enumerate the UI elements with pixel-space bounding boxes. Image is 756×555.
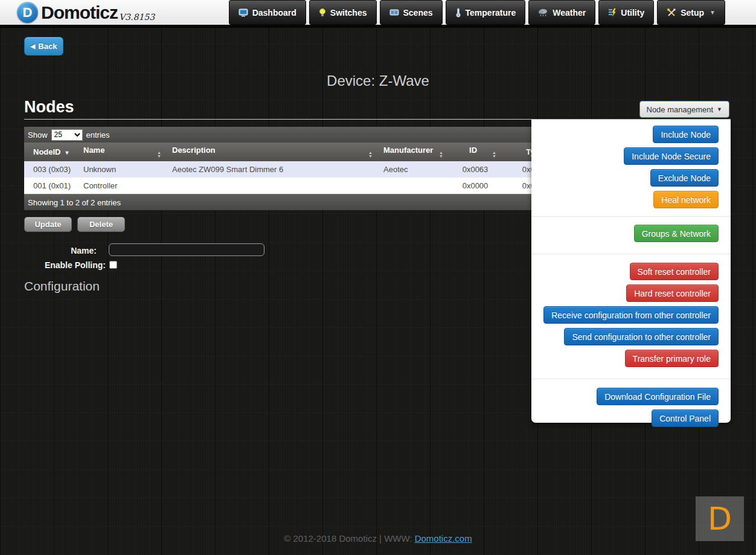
transfer-primary-role-button[interactable]: Transfer primary role xyxy=(625,350,719,367)
menu-group-inclusion: Include Node Include Node Secure Exclude… xyxy=(531,120,731,216)
receive-configuration-button[interactable]: Receive configuration from other control… xyxy=(543,306,719,324)
back-label: Back xyxy=(38,42,57,51)
header-divider xyxy=(0,25,756,28)
column-header-id[interactable]: ID▲▼ xyxy=(448,143,501,161)
download-configuration-button[interactable]: Download Configuration File xyxy=(597,388,719,405)
hard-reset-controller-button[interactable]: Hard reset controller xyxy=(626,284,719,302)
main-nav: Dashboard Switches Scenes Temperature We… xyxy=(229,0,725,25)
domoticz-link[interactable]: Domoticz.com xyxy=(415,533,472,544)
column-label: Manufacturer xyxy=(383,146,433,155)
groups-network-button[interactable]: Groups & Network xyxy=(634,225,719,242)
cell-id: 0x0000 xyxy=(448,178,501,194)
column-label: Description xyxy=(172,146,216,155)
column-label: NodeID xyxy=(33,147,61,156)
domoticz-logo-icon: D xyxy=(17,2,38,23)
nav-item-scenes[interactable]: Scenes xyxy=(380,0,443,25)
page-title: Device: Z-Wave xyxy=(0,72,756,89)
temperature-icon xyxy=(455,8,461,18)
setup-icon xyxy=(667,8,676,17)
column-header-nodeid[interactable]: NodeID▼ xyxy=(24,143,77,161)
dashboard-icon xyxy=(239,8,248,17)
column-header-name[interactable]: Name▲▼ xyxy=(77,143,166,161)
send-configuration-button[interactable]: Send configuration to other controller xyxy=(564,328,719,345)
utility-icon xyxy=(608,8,617,17)
control-panel-button[interactable]: Control Panel xyxy=(652,409,719,427)
sort-icon: ▲▼ xyxy=(157,151,161,158)
nodes-section-title: Nodes xyxy=(24,98,74,117)
nav-label: Temperature xyxy=(466,8,516,18)
include-node-secure-button[interactable]: Include Node Secure xyxy=(624,147,719,165)
column-label: Name xyxy=(83,146,104,155)
nav-item-switches[interactable]: Switches xyxy=(309,0,377,25)
cell-nodeid: 001 (0x01) xyxy=(24,178,77,194)
nav-item-temperature[interactable]: Temperature xyxy=(446,0,526,25)
logo-title: Domoticz xyxy=(41,2,118,23)
cell-nodeid: 003 (0x03) xyxy=(24,161,77,178)
footer: © 2012-2018 Domoticz | WWW: Domoticz.com xyxy=(0,533,756,544)
exclude-node-button[interactable]: Exclude Node xyxy=(650,169,719,187)
domoticz-logo: D Domoticz V3.8153 xyxy=(17,2,155,23)
scenes-icon xyxy=(389,8,399,16)
configuration-section-title: Configuration xyxy=(24,279,100,294)
nav-label: Setup xyxy=(681,8,704,18)
include-node-button[interactable]: Include Node xyxy=(653,126,719,143)
back-button[interactable]: ◀ Back xyxy=(24,37,63,56)
node-management-dropdown-button[interactable]: Node management ▼ xyxy=(639,101,730,118)
domoticz-watermark: D xyxy=(696,496,744,541)
enable-polling-checkbox[interactable] xyxy=(109,261,117,269)
nav-label: Utility xyxy=(621,8,644,18)
top-header-bar: D Domoticz V3.8153 Dashboard Switches Sc… xyxy=(0,0,756,25)
copyright-text: © 2012-2018 Domoticz | WWW: xyxy=(284,533,414,544)
node-management-label: Node management xyxy=(647,105,714,114)
column-header-manufacturer[interactable]: Manufacturer▲▼ xyxy=(377,143,448,161)
nav-label: Switches xyxy=(330,8,367,18)
cell-id: 0x0063 xyxy=(448,161,501,178)
sort-icon: ▲▼ xyxy=(439,151,443,158)
caret-down-icon: ▼ xyxy=(717,106,722,112)
entries-label: entries xyxy=(86,130,110,140)
switches-icon xyxy=(319,8,326,18)
back-arrow-icon: ◀ xyxy=(31,43,36,50)
sort-icon: ▲▼ xyxy=(492,151,496,158)
cell-description xyxy=(166,178,377,194)
logo-version: V3.8153 xyxy=(119,12,155,22)
menu-group-network: Groups & Network xyxy=(531,216,731,254)
nav-item-setup[interactable]: Setup ▼ xyxy=(657,0,725,25)
nav-label: Dashboard xyxy=(252,8,296,18)
cell-manufacturer xyxy=(377,178,448,194)
sort-icon: ▲▼ xyxy=(368,151,373,158)
cell-description: Aeotec ZW099 Smart Dimmer 6 xyxy=(166,161,377,178)
cell-name: Controller xyxy=(77,178,166,194)
menu-group-tools: Download Configuration File Control Pane… xyxy=(531,379,731,437)
nav-item-dashboard[interactable]: Dashboard xyxy=(229,0,306,25)
page-length-select[interactable]: 25 xyxy=(51,129,83,141)
nav-label: Scenes xyxy=(403,8,433,18)
nav-item-utility[interactable]: Utility xyxy=(598,0,654,25)
cell-manufacturer: Aeotec xyxy=(377,161,448,178)
heal-network-button[interactable]: Heal network xyxy=(653,191,719,208)
watermark-letter: D xyxy=(708,501,732,537)
nav-item-weather[interactable]: Weather xyxy=(528,0,595,25)
name-input[interactable] xyxy=(109,243,264,256)
chevron-down-icon: ▼ xyxy=(710,9,716,16)
weather-icon xyxy=(538,8,548,17)
show-label: Show xyxy=(28,130,48,140)
column-label: ID xyxy=(469,146,477,155)
name-field-label: Name: xyxy=(0,246,97,255)
nav-label: Weather xyxy=(553,8,586,18)
sort-desc-icon: ▼ xyxy=(65,150,70,156)
cell-name: Unknown xyxy=(77,161,166,178)
enable-polling-label: Enable Polling: xyxy=(0,260,106,270)
update-button[interactable]: Update xyxy=(24,217,72,232)
node-management-menu: Include Node Include Node Secure Exclude… xyxy=(531,120,731,423)
menu-group-controller: Soft reset controller Hard reset control… xyxy=(531,254,731,379)
column-header-description[interactable]: Description▲▼ xyxy=(166,143,377,161)
soft-reset-controller-button[interactable]: Soft reset controller xyxy=(630,263,719,280)
delete-button[interactable]: Delete xyxy=(77,217,125,232)
